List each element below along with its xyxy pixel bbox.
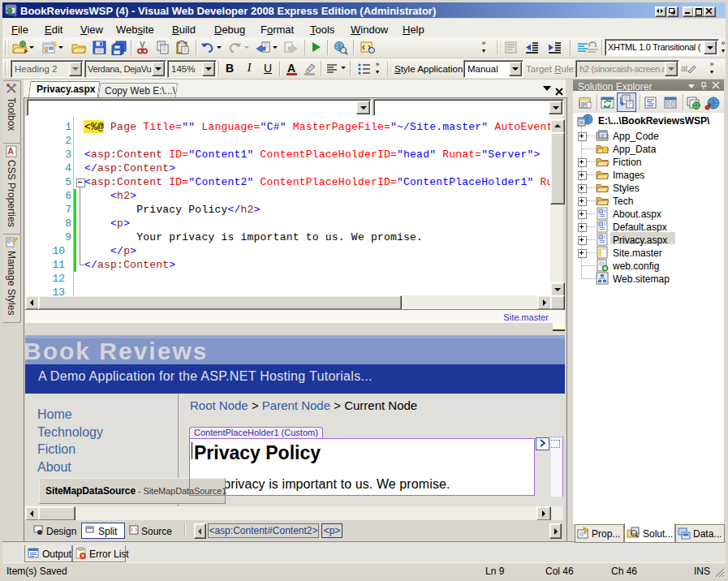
svg-text:at: at [681,64,688,73]
svg-text:A: A [8,147,14,156]
